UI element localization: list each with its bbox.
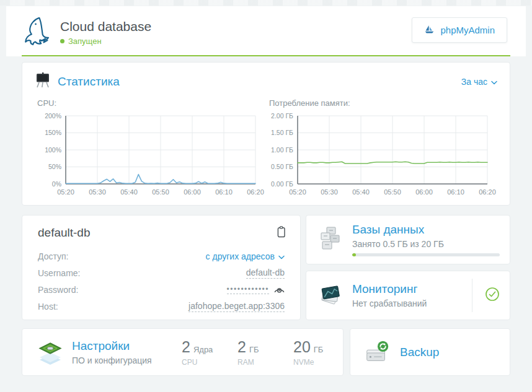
database-credentials-card: default-db Доступ: с других адресов: [22, 215, 301, 320]
period-selector[interactable]: За час: [461, 77, 497, 87]
username-label: Username:: [38, 268, 80, 278]
svg-text:1.50 ГБ: 1.50 ГБ: [271, 129, 293, 136]
spec-nvme-value: 20: [293, 338, 311, 356]
cpu-chart-label: CPU:: [35, 98, 265, 108]
password-label: Password:: [38, 285, 78, 295]
monitoring-status: Нет срабатываний: [352, 298, 463, 308]
username-row: Username: default-db: [38, 264, 285, 281]
monitoring-icon: [316, 282, 345, 309]
access-dropdown[interactable]: с других адресов: [206, 251, 285, 261]
backup-title[interactable]: Backup: [400, 346, 439, 359]
cpu-chart: 05:2005:3005:4005:5006:0006:1006:200%50%…: [35, 111, 265, 199]
memory-chart-label: Потребление памяти:: [267, 98, 497, 108]
monitoring-title[interactable]: Мониторинг: [352, 282, 463, 296]
svg-text:0.50 ГБ: 0.50 ГБ: [271, 163, 293, 170]
svg-text:05:20: 05:20: [289, 188, 306, 196]
svg-text:05:50: 05:50: [152, 188, 169, 196]
monitoring-card[interactable]: Мониторинг Нет срабатываний: [306, 271, 510, 320]
username-value[interactable]: default-db: [246, 268, 285, 279]
svg-text:100%: 100%: [45, 146, 61, 154]
databases-usage-text: Занято 0.5 ГБ из 20 ГБ: [352, 239, 500, 249]
phpmyadmin-label: phpMyAdmin: [440, 25, 495, 35]
svg-text:06:20: 06:20: [479, 188, 496, 196]
spec-cpu-label: CPU: [182, 358, 214, 367]
memory-chart: 05:2005:3005:4005:5006:0006:1006:200.00 …: [267, 111, 497, 199]
statistics-board-icon: [35, 72, 51, 91]
spec-ram-unit: ГБ: [249, 345, 259, 354]
svg-text:05:20: 05:20: [57, 188, 74, 196]
access-row: Доступ: с других адресов: [38, 248, 285, 264]
status-badge: Запущен: [68, 37, 102, 46]
svg-text:200%: 200%: [45, 112, 61, 120]
host-label: Host:: [38, 302, 58, 311]
cpu-chart-block: CPU: 05:2005:3005:4005:5006:0006:1006:20…: [35, 98, 265, 201]
spec-ram-label: RAM: [237, 358, 270, 367]
svg-text:05:30: 05:30: [321, 188, 338, 196]
spec-nvme: 20 ГБ NVMe: [293, 338, 326, 367]
spec-cpu-value: 2: [182, 338, 190, 356]
svg-text:06:10: 06:10: [447, 188, 464, 196]
spec-cpu: 2 Ядра CPU: [182, 338, 214, 367]
databases-icon: [316, 225, 345, 255]
page-title: Cloud database: [60, 19, 151, 34]
svg-text:05:40: 05:40: [352, 188, 370, 196]
copy-icon[interactable]: [276, 225, 286, 241]
settings-title[interactable]: Настройки: [72, 339, 182, 353]
header-divider: [22, 55, 510, 56]
svg-text:06:10: 06:10: [215, 188, 233, 196]
svg-text:05:50: 05:50: [384, 188, 401, 196]
access-label: Доступ:: [38, 251, 68, 261]
svg-text:06:00: 06:00: [184, 188, 201, 196]
host-value[interactable]: jafohope.beget.app:3306: [188, 301, 285, 312]
spec-ram: 2 ГБ RAM: [237, 338, 270, 367]
svg-text:05:40: 05:40: [120, 188, 138, 196]
header: Cloud database Запущен phpMyAdmin: [6, 6, 526, 56]
show-password-eye-icon[interactable]: [274, 285, 285, 294]
password-value-masked[interactable]: ••••••••••••: [227, 285, 269, 294]
databases-title[interactable]: Базы данных: [352, 223, 500, 237]
chevron-down-icon: [491, 77, 497, 87]
settings-subtitle: ПО и конфигурация: [72, 355, 182, 365]
svg-text:0%: 0%: [52, 180, 61, 188]
period-label: За час: [461, 77, 487, 87]
spec-nvme-label: NVMe: [293, 358, 326, 367]
svg-text:2.00 ГБ: 2.00 ГБ: [271, 112, 293, 120]
svg-text:05:30: 05:30: [89, 188, 106, 196]
phpmyadmin-button[interactable]: phpMyAdmin: [412, 17, 507, 43]
spec-nvme-unit: ГБ: [314, 345, 324, 354]
databases-card[interactable]: Базы данных Занято 0.5 ГБ из 20 ГБ: [306, 215, 510, 264]
chevron-down-icon: [278, 251, 285, 261]
status-dot: [60, 39, 64, 43]
backup-card[interactable]: Backup: [350, 328, 510, 376]
spec-ram-value: 2: [237, 338, 246, 356]
settings-chip-icon: [36, 338, 64, 367]
svg-text:1.00 ГБ: 1.00 ГБ: [271, 146, 293, 154]
database-name: default-db: [38, 226, 285, 240]
check-circle-icon: [485, 287, 500, 304]
svg-text:06:00: 06:00: [415, 188, 433, 196]
access-value: с других адресов: [206, 251, 275, 261]
statistics-card: Статистика За час CPU: 05:2005:3005:4005…: [22, 62, 510, 206]
svg-text:50%: 50%: [48, 163, 61, 170]
backup-drive-icon: [363, 339, 391, 365]
svg-text:150%: 150%: [45, 129, 61, 136]
phpmyadmin-sailboat-icon: [424, 24, 435, 36]
statistics-title: Статистика: [58, 75, 120, 89]
svg-text:0.00 ГБ: 0.00 ГБ: [271, 180, 293, 188]
memory-chart-block: Потребление памяти: 05:2005:3005:4005:50…: [267, 98, 497, 201]
databases-usage-fill: [352, 253, 356, 256]
host-row: Host: jafohope.beget.app:3306: [38, 298, 285, 315]
mysql-dolphin-logo: [22, 16, 50, 48]
databases-usage-bar: [352, 253, 500, 256]
spec-cpu-unit: Ядра: [193, 345, 213, 354]
password-row: Password: ••••••••••••: [38, 281, 285, 298]
settings-card[interactable]: Настройки ПО и конфигурация 2 Ядра CPU 2…: [22, 328, 344, 376]
svg-text:06:20: 06:20: [247, 188, 264, 196]
